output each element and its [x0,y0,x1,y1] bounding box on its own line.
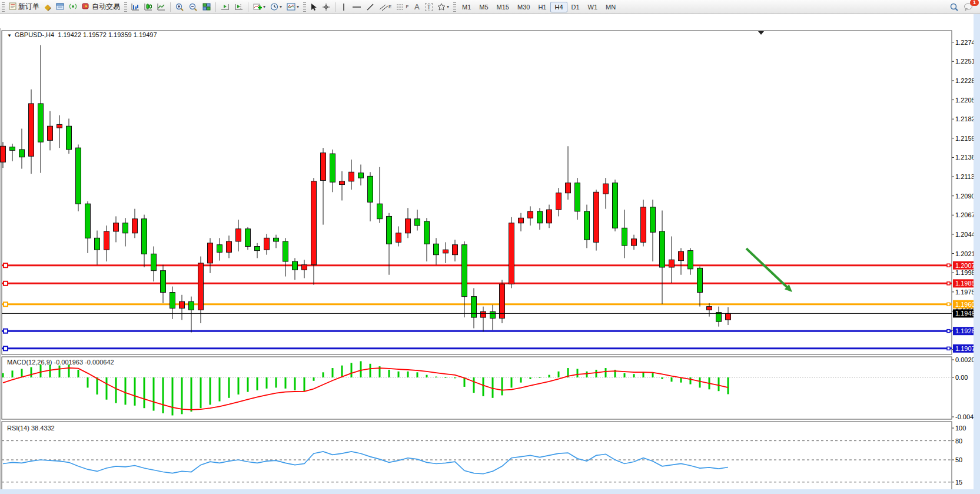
toolbar-grip[interactable] [2,2,5,12]
toolbar-grip[interactable] [453,2,456,12]
macd-histogram-bar [577,369,579,378]
crosshair-tool-button[interactable] [320,1,333,13]
chart-canvas[interactable]: 1.227451.225151.222851.220551.218251.215… [0,28,980,494]
line-handle[interactable] [947,282,950,285]
tile-windows-icon [202,3,211,11]
macd-histogram-bar [191,377,192,412]
macd-histogram-bar [294,377,296,390]
ohlc-values: 1.19422 1.19572 1.19359 1.19497 [58,31,157,38]
templates-button[interactable]: ▾ [284,1,301,13]
signals-button[interactable] [67,1,79,13]
line-chart-button[interactable] [155,1,168,13]
collapse-triangle-icon[interactable]: ▼ [7,33,12,38]
text-label-icon: T [425,3,433,11]
line-handle[interactable] [4,302,8,306]
toolbar-grip[interactable] [303,2,306,12]
macd-histogram-bar [417,372,418,377]
macd-histogram-bar [492,377,494,398]
candle [443,250,449,253]
terminal-button[interactable] [54,1,67,13]
chart-shift-marker[interactable] [758,31,764,35]
timeframe-h4[interactable]: H4 [550,2,567,12]
candle [330,154,335,182]
macd-histogram-bar [718,377,720,391]
macd-histogram-bar [40,364,42,377]
timeframe-d1[interactable]: D1 [567,2,584,12]
periods-button[interactable]: ▾ [268,1,284,13]
notification-badge: 1 [970,0,979,6]
macd-histogram-bar [360,361,362,377]
toolbar-grip[interactable] [124,2,127,12]
candle [707,307,712,310]
channel-tool-button[interactable]: E [377,1,394,13]
candlestick-chart-button[interactable] [142,1,155,13]
notifications-button[interactable]: 1 [961,1,975,13]
shapes-icon [437,3,446,11]
bar-chart-button[interactable] [129,1,142,13]
market-watch-button[interactable]: ◆ [42,1,54,13]
text-label-tool-button[interactable]: T [423,1,435,13]
candle [293,261,298,270]
macd-histogram-bar [2,373,4,377]
clock-icon [270,3,278,11]
candle [114,223,119,231]
candle [528,211,533,218]
vertical-line-tool-button[interactable] [338,1,350,13]
macd-histogram-bar [662,377,663,379]
line-handle[interactable] [4,329,8,333]
chart-shift-button[interactable] [232,1,245,13]
timeframe-m5[interactable]: M5 [475,2,492,12]
gold-diamond-icon: ◆ [45,2,51,11]
crosshair-icon [322,3,330,11]
candle [679,251,684,261]
line-handle[interactable] [4,263,8,267]
arrows-tool-button[interactable]: ▾ [435,1,451,13]
auto-scroll-icon [221,3,230,11]
candle [349,172,354,181]
fibonacci-tool-button[interactable]: F [394,1,411,13]
zoom-in-button[interactable] [173,1,187,13]
line-handle[interactable] [4,346,8,350]
chart-window: ▼GBPUSD-,H4 1.19422 1.19572 1.19359 1.19… [0,14,980,489]
blue-window-icon [56,2,64,12]
line-handle[interactable] [947,330,950,333]
new-order-button[interactable]: 新订单 [6,1,42,13]
macd-histogram-bar [605,368,607,377]
timeframe-m1[interactable]: M1 [458,2,475,12]
candle [283,241,288,261]
horizontal-line-tool-button[interactable] [350,1,364,13]
candle [358,173,364,178]
candle [434,244,439,254]
macd-histogram-bar [228,377,230,398]
trendline-icon [366,3,374,11]
line-handle[interactable] [947,303,950,306]
timeframe-m15[interactable]: M15 [493,2,513,12]
indicators-button[interactable]: ▾ [251,1,268,13]
zoom-out-button[interactable] [187,1,200,13]
line-handle[interactable] [947,264,950,267]
macd-histogram-bar [31,367,32,377]
auto-trading-button[interactable]: 自动交易 [79,1,122,13]
tile-windows-button[interactable] [200,1,213,13]
timeframe-m30[interactable]: M30 [513,2,534,12]
search-button[interactable] [948,1,961,13]
macd-histogram-bar [624,373,626,377]
line-handle[interactable] [4,281,8,286]
line-handle[interactable] [947,347,950,350]
zoom-out-icon [189,3,198,11]
macd-histogram-bar [596,370,597,377]
trendline-tool-button[interactable] [364,1,377,13]
cursor-tool-button[interactable] [308,1,320,13]
candle [142,219,147,254]
timeframe-h1[interactable]: H1 [534,2,550,12]
text-tool-button[interactable]: A [411,1,423,13]
rsi-axis-label: 80 [955,437,962,445]
candle [245,229,251,247]
timeframe-w1[interactable]: W1 [584,2,602,12]
candle [726,313,731,320]
timeframe-mn[interactable]: MN [602,2,620,12]
macd-histogram-bar [153,377,155,411]
macd-histogram-bar [257,377,258,390]
candle [537,211,543,223]
auto-scroll-button[interactable] [218,1,232,13]
